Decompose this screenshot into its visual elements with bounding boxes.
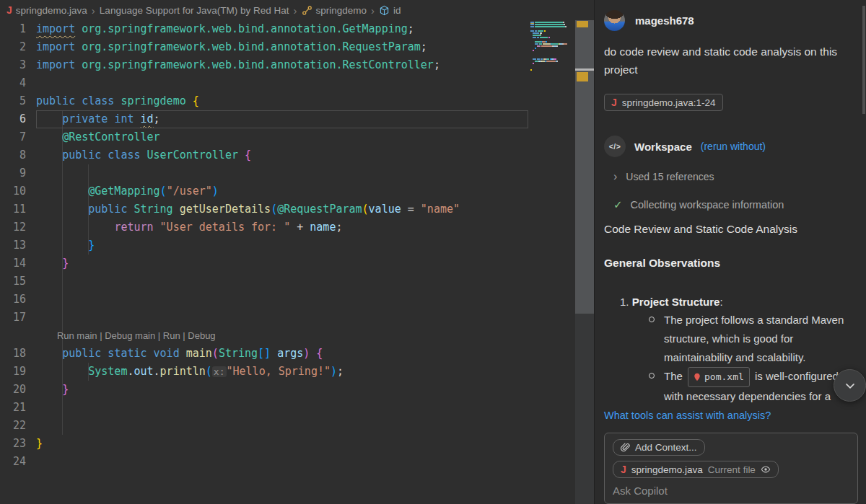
workspace-agent-header: </> Workspace (rerun without) xyxy=(604,136,766,157)
code-line[interactable]: 2import org.springframework.web.bind.ann… xyxy=(0,38,529,56)
line-number[interactable]: 15 xyxy=(0,273,26,291)
code-line[interactable]: 7 @RestController xyxy=(0,128,529,146)
line-number[interactable]: 16 xyxy=(0,291,26,309)
code-line[interactable]: 18 public static void main(String[] args… xyxy=(0,345,529,363)
breadcrumb-symbol[interactable]: id xyxy=(393,5,401,16)
sub-bullet-1: The project follows a standard Maven str… xyxy=(649,311,858,367)
avatar xyxy=(604,10,625,31)
breadcrumb: J springdemo.java › Language Support for… xyxy=(0,0,594,20)
line-number[interactable]: 8 xyxy=(0,146,26,164)
followup-suggestion-link[interactable]: What tools can assist with analysis? xyxy=(604,410,771,421)
class-symbol-icon xyxy=(302,5,312,16)
line-number[interactable]: 18 xyxy=(0,345,26,363)
line-number[interactable]: 24 xyxy=(0,453,26,471)
list-item-colon: : xyxy=(720,296,722,308)
codelens-actions[interactable]: Run main | Debug main | Run | Debug xyxy=(0,327,529,345)
context-reference-chip[interactable]: J springdemo.java:1-24 xyxy=(604,94,723,111)
user-message: do code review and static code analysis … xyxy=(604,43,858,79)
code-line[interactable]: 4 xyxy=(0,74,529,92)
java-file-icon: J xyxy=(611,97,617,108)
chat-scrollbar-thumb[interactable] xyxy=(862,6,865,114)
minimap[interactable] xyxy=(529,22,574,498)
sub-bullet-2-text: The pom.xml is well-configured with nece… xyxy=(664,367,849,406)
line-number[interactable]: 1 xyxy=(0,20,26,38)
sub-bullet-1-text: The project follows a standard Maven str… xyxy=(664,311,849,367)
line-number[interactable]: 14 xyxy=(0,255,26,273)
code-line[interactable]: 12 return "User details for: " + name; xyxy=(0,218,529,236)
line-number[interactable]: 3 xyxy=(0,56,26,74)
line-number[interactable]: 9 xyxy=(0,164,26,182)
line-number[interactable]: 20 xyxy=(0,381,26,399)
code-line[interactable]: 22 xyxy=(0,417,529,435)
scroll-to-bottom-button[interactable] xyxy=(834,369,866,402)
breadcrumb-extension[interactable]: Language Support for Java(TM) by Red Hat xyxy=(100,5,289,16)
observations-list: 1. Project Structure: The project follow… xyxy=(604,293,858,406)
code-line[interactable]: 19 System.out.println(x:"Hello, Spring!"… xyxy=(0,363,529,381)
field-symbol-icon xyxy=(379,5,390,16)
code-line[interactable]: 14 } xyxy=(0,255,529,273)
list-item-1: 1. Project Structure: xyxy=(604,293,858,311)
code-area[interactable]: 1import org.springframework.web.bind.ann… xyxy=(0,20,529,471)
line-number[interactable]: 5 xyxy=(0,92,26,110)
pom-xml-label: pom.xml xyxy=(704,368,744,386)
overview-ruler-scrollbar[interactable] xyxy=(575,20,594,504)
code-line[interactable]: 13 } xyxy=(0,236,529,255)
line-number[interactable]: 19 xyxy=(0,363,26,381)
add-context-button[interactable]: Add Context... xyxy=(613,439,705,456)
list-item-title: Project Structure xyxy=(632,296,720,308)
code-line[interactable]: 21 xyxy=(0,399,529,417)
code-line[interactable]: 6 private int id; xyxy=(0,110,529,128)
breadcrumb-file[interactable]: springdemo.java xyxy=(16,5,87,16)
used-references-toggle[interactable]: › Used 15 references xyxy=(613,170,714,183)
line-number[interactable]: 6 xyxy=(0,110,26,128)
scrollbar-thumb[interactable] xyxy=(575,20,594,314)
eye-icon[interactable] xyxy=(761,464,771,474)
line-number[interactable]: 21 xyxy=(0,399,26,417)
code-line[interactable]: 10 @GetMapping("/user") xyxy=(0,182,529,200)
line-number[interactable]: 23 xyxy=(0,435,26,453)
line-number[interactable]: 2 xyxy=(0,38,26,56)
editor-pane: J springdemo.java › Language Support for… xyxy=(0,0,594,504)
code-line[interactable]: 3import org.springframework.web.bind.ann… xyxy=(0,56,529,74)
sub-bullet-2-prefix: The xyxy=(664,370,683,382)
code-line[interactable]: 9 xyxy=(0,164,529,182)
pom-xml-chip[interactable]: pom.xml xyxy=(688,367,750,387)
code-line[interactable]: 1import org.springframework.web.bind.ann… xyxy=(0,20,529,38)
line-number[interactable]: 10 xyxy=(0,182,26,200)
xml-pin-icon xyxy=(694,373,701,381)
code-line[interactable]: 8 public class UserController { xyxy=(0,146,529,164)
code-line[interactable]: 15 xyxy=(0,273,529,291)
line-number[interactable]: 4 xyxy=(0,74,26,92)
add-context-label: Add Context... xyxy=(635,442,697,453)
rerun-without-link[interactable]: (rerun without) xyxy=(701,141,766,152)
status-label: Collecting workspace information xyxy=(631,199,784,211)
code-line[interactable]: 23} xyxy=(0,435,529,453)
breadcrumb-class[interactable]: springdemo xyxy=(316,5,367,16)
line-number[interactable]: 11 xyxy=(0,200,26,218)
warning-marker xyxy=(577,21,588,27)
code-line[interactable]: 5public class springdemo { xyxy=(0,92,529,110)
code-line[interactable]: 17 xyxy=(0,309,529,327)
section-heading: General Observations xyxy=(604,257,720,270)
check-icon: ✓ xyxy=(613,198,623,211)
warning-marker xyxy=(577,72,588,81)
paperclip-icon xyxy=(621,443,630,452)
code-line[interactable]: 11 public String getUserDetails(@Request… xyxy=(0,200,529,218)
cursor-position-marker xyxy=(575,68,594,71)
line-number[interactable]: 22 xyxy=(0,417,26,435)
line-number[interactable]: 17 xyxy=(0,309,26,327)
line-number[interactable]: 13 xyxy=(0,236,26,255)
chat-input-placeholder[interactable]: Ask Copilot xyxy=(613,485,849,497)
current-file-chip[interactable]: J springdemo.java Current file xyxy=(613,461,779,478)
line-number[interactable]: 7 xyxy=(0,128,26,146)
chevron-right-icon: › xyxy=(92,4,95,17)
line-number[interactable]: 12 xyxy=(0,218,26,236)
workspace-agent-icon: </> xyxy=(604,136,626,157)
chevron-right-icon: › xyxy=(613,170,617,183)
java-file-icon: J xyxy=(6,4,12,16)
code-line[interactable]: 24 xyxy=(0,453,529,471)
user-name: magesh678 xyxy=(635,14,694,27)
chat-input-box[interactable]: Add Context... J springdemo.java Current… xyxy=(604,433,858,504)
code-line[interactable]: 16 xyxy=(0,291,529,309)
code-line[interactable]: 20 } xyxy=(0,381,529,399)
